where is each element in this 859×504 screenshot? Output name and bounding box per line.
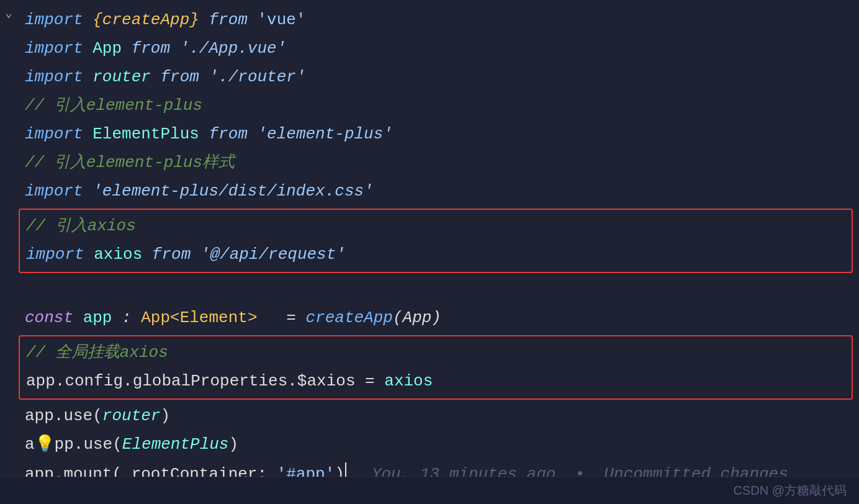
keyword: import: [25, 179, 92, 205]
punct: =: [257, 305, 305, 331]
punct: =: [356, 369, 385, 395]
cursor: [345, 462, 346, 479]
func: createApp: [306, 305, 393, 331]
punct: (App): [393, 305, 441, 331]
string: './router': [209, 65, 305, 91]
identifier: app: [83, 305, 112, 331]
code-line: app.use(router): [0, 402, 859, 431]
punct: :: [112, 305, 141, 331]
code-line: import axios from '@/api/request': [26, 241, 845, 269]
code-text: app.config.globalProperties.$axios: [26, 369, 356, 395]
code-line: // 全局挂载axios: [26, 339, 845, 367]
keyword-const: const: [25, 305, 83, 331]
keyword: import: [26, 242, 94, 268]
identifier: axios: [384, 369, 433, 395]
string: 'element-plus/dist/index.css': [92, 179, 373, 205]
code-line: // 引入element-plus: [0, 92, 859, 120]
code-line: import router from './router': [0, 63, 859, 92]
identifier: App: [92, 36, 122, 62]
keyword: import: [25, 122, 92, 148]
code-line: import App from './App.vue': [0, 35, 859, 63]
keyword-from: from: [151, 65, 209, 91]
identifier: router: [92, 65, 151, 91]
code-line: // 引入axios: [26, 212, 845, 241]
code-text: pp.use(: [55, 432, 122, 458]
punct: ): [228, 432, 238, 458]
identifier: {createApp}: [92, 7, 199, 34]
code-line: import 'element-plus/dist/index.css': [0, 178, 859, 206]
comment: // 引入element-plus: [25, 93, 202, 119]
code-line: app.config.globalProperties.$axios = axi…: [26, 367, 845, 396]
type: App<Element>: [141, 305, 257, 331]
keyword: import: [25, 7, 92, 34]
identifier: axios: [94, 242, 142, 268]
code-text: app.use(: [25, 403, 102, 430]
string: './App.vue': [180, 36, 287, 62]
code-editor: ⌄ import {createApp} from 'vue' import A…: [0, 0, 859, 504]
fold-chevron[interactable]: ⌄: [5, 5, 12, 20]
keyword-from: from: [142, 242, 200, 268]
code-line: const app : App<Element> = createApp(App…: [0, 304, 859, 333]
keyword: import: [25, 65, 92, 91]
code-line: import ElementPlus from 'element-plus': [0, 120, 859, 149]
identifier-elementplus: ElementPlus: [122, 432, 229, 458]
string: 'vue': [257, 7, 305, 34]
keyword-from: from: [199, 7, 258, 34]
string: 'element-plus': [257, 122, 392, 148]
code-line: import {createApp} from 'vue': [0, 6, 859, 35]
highlight-box-axios-import: // 引入axios import axios from '@/api/requ…: [19, 209, 853, 273]
comment: // 引入axios: [26, 214, 136, 240]
comment: // 引入element-plus样式: [25, 150, 235, 176]
watermark: CSDN @方糖敲代码: [733, 482, 847, 499]
comment: // 全局挂载axios: [26, 340, 168, 366]
empty-line: [0, 276, 859, 304]
highlight-box-global-props: // 全局挂载axios app.config.globalProperties…: [19, 335, 853, 400]
code-line: a💡pp.use(ElementPlus): [0, 431, 859, 459]
string: '@/api/request': [200, 242, 346, 268]
identifier: ElementPlus: [92, 122, 199, 148]
code-line: // 引入element-plus样式: [0, 149, 859, 178]
keyword-from: from: [122, 36, 180, 62]
keyword-from: from: [199, 122, 258, 148]
punct: ): [160, 403, 170, 430]
bulb-icon: 💡: [35, 432, 55, 458]
identifier-router: router: [102, 403, 161, 430]
status-bar: CSDN @方糖敲代码: [0, 477, 859, 504]
identifier: a: [25, 432, 35, 458]
keyword: import: [25, 36, 92, 62]
